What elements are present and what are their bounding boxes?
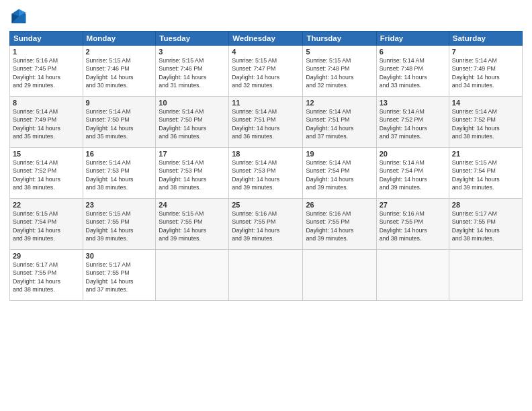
- calendar-week-row: 8Sunrise: 5:14 AM Sunset: 7:49 PM Daylig…: [10, 97, 523, 148]
- calendar-day-cell: 18Sunrise: 5:14 AM Sunset: 7:53 PM Dayli…: [229, 148, 303, 199]
- generalblue-logo-icon: [9, 7, 28, 26]
- header: [9, 7, 523, 26]
- empty-cell: [303, 250, 376, 301]
- day-number: 12: [306, 99, 373, 107]
- day-info: Sunrise: 5:16 AM Sunset: 7:55 PM Dayligh…: [232, 210, 300, 242]
- calendar-day-cell: 29Sunrise: 5:17 AM Sunset: 7:55 PM Dayli…: [10, 250, 83, 301]
- column-header-friday: Friday: [376, 32, 449, 46]
- calendar-day-cell: 5Sunrise: 5:15 AM Sunset: 7:48 PM Daylig…: [303, 46, 376, 97]
- calendar-day-cell: 21Sunrise: 5:15 AM Sunset: 7:54 PM Dayli…: [449, 148, 522, 199]
- day-number: 13: [380, 99, 446, 107]
- column-header-monday: Monday: [83, 32, 156, 46]
- day-number: 28: [452, 201, 519, 209]
- day-info: Sunrise: 5:15 AM Sunset: 7:46 PM Dayligh…: [86, 56, 153, 89]
- empty-cell: [376, 250, 449, 301]
- column-header-sunday: Sunday: [10, 32, 83, 46]
- calendar-week-row: 29Sunrise: 5:17 AM Sunset: 7:55 PM Dayli…: [10, 250, 523, 301]
- calendar-day-cell: 14Sunrise: 5:14 AM Sunset: 7:52 PM Dayli…: [449, 97, 522, 148]
- calendar: SundayMondayTuesdayWednesdayThursdayFrid…: [9, 31, 523, 301]
- calendar-day-cell: 1Sunrise: 5:16 AM Sunset: 7:45 PM Daylig…: [10, 46, 83, 97]
- day-number: 21: [452, 150, 519, 158]
- calendar-day-cell: 12Sunrise: 5:14 AM Sunset: 7:51 PM Dayli…: [303, 97, 376, 148]
- calendar-day-cell: 23Sunrise: 5:15 AM Sunset: 7:55 PM Dayli…: [83, 199, 156, 250]
- day-info: Sunrise: 5:14 AM Sunset: 7:49 PM Dayligh…: [452, 56, 519, 89]
- column-header-wednesday: Wednesday: [229, 32, 303, 46]
- day-number: 2: [86, 48, 153, 56]
- calendar-day-cell: 4Sunrise: 5:15 AM Sunset: 7:47 PM Daylig…: [229, 46, 303, 97]
- empty-cell: [449, 250, 522, 301]
- calendar-day-cell: 26Sunrise: 5:16 AM Sunset: 7:55 PM Dayli…: [303, 199, 376, 250]
- day-number: 10: [159, 99, 226, 107]
- day-info: Sunrise: 5:14 AM Sunset: 7:49 PM Dayligh…: [13, 107, 80, 140]
- day-number: 23: [86, 201, 153, 209]
- day-info: Sunrise: 5:17 AM Sunset: 7:55 PM Dayligh…: [13, 261, 80, 293]
- day-number: 9: [86, 99, 153, 107]
- day-number: 11: [232, 99, 300, 107]
- empty-cell: [156, 250, 229, 301]
- calendar-day-cell: 9Sunrise: 5:14 AM Sunset: 7:50 PM Daylig…: [83, 97, 156, 148]
- day-number: 25: [232, 201, 300, 209]
- day-info: Sunrise: 5:15 AM Sunset: 7:46 PM Dayligh…: [159, 56, 226, 89]
- calendar-day-cell: 27Sunrise: 5:16 AM Sunset: 7:55 PM Dayli…: [376, 199, 449, 250]
- day-info: Sunrise: 5:16 AM Sunset: 7:55 PM Dayligh…: [380, 210, 446, 242]
- day-info: Sunrise: 5:15 AM Sunset: 7:48 PM Dayligh…: [306, 56, 373, 89]
- day-number: 29: [13, 252, 80, 260]
- calendar-day-cell: 2Sunrise: 5:15 AM Sunset: 7:46 PM Daylig…: [83, 46, 156, 97]
- calendar-day-cell: 17Sunrise: 5:14 AM Sunset: 7:53 PM Dayli…: [156, 148, 229, 199]
- calendar-header-row: SundayMondayTuesdayWednesdayThursdayFrid…: [10, 32, 523, 46]
- calendar-day-cell: 19Sunrise: 5:14 AM Sunset: 7:54 PM Dayli…: [303, 148, 376, 199]
- day-number: 17: [159, 150, 226, 158]
- day-info: Sunrise: 5:14 AM Sunset: 7:52 PM Dayligh…: [452, 107, 519, 140]
- day-info: Sunrise: 5:14 AM Sunset: 7:52 PM Dayligh…: [13, 158, 80, 191]
- day-info: Sunrise: 5:15 AM Sunset: 7:54 PM Dayligh…: [452, 158, 519, 191]
- day-info: Sunrise: 5:14 AM Sunset: 7:53 PM Dayligh…: [86, 158, 153, 191]
- day-number: 19: [306, 150, 373, 158]
- day-info: Sunrise: 5:14 AM Sunset: 7:50 PM Dayligh…: [86, 107, 153, 140]
- day-number: 15: [13, 150, 80, 158]
- calendar-day-cell: 13Sunrise: 5:14 AM Sunset: 7:52 PM Dayli…: [376, 97, 449, 148]
- day-info: Sunrise: 5:14 AM Sunset: 7:54 PM Dayligh…: [306, 158, 373, 191]
- day-number: 30: [86, 252, 153, 260]
- day-info: Sunrise: 5:14 AM Sunset: 7:54 PM Dayligh…: [380, 158, 446, 191]
- day-number: 26: [306, 201, 373, 209]
- day-info: Sunrise: 5:15 AM Sunset: 7:55 PM Dayligh…: [86, 210, 153, 242]
- day-info: Sunrise: 5:14 AM Sunset: 7:51 PM Dayligh…: [306, 107, 373, 140]
- day-number: 7: [452, 48, 519, 56]
- calendar-day-cell: 10Sunrise: 5:14 AM Sunset: 7:50 PM Dayli…: [156, 97, 229, 148]
- day-number: 24: [159, 201, 226, 209]
- logo: [9, 7, 31, 26]
- day-number: 4: [232, 48, 300, 56]
- day-info: Sunrise: 5:14 AM Sunset: 7:51 PM Dayligh…: [232, 107, 300, 140]
- column-header-saturday: Saturday: [449, 32, 522, 46]
- day-number: 3: [159, 48, 226, 56]
- calendar-day-cell: 11Sunrise: 5:14 AM Sunset: 7:51 PM Dayli…: [229, 97, 303, 148]
- calendar-day-cell: 7Sunrise: 5:14 AM Sunset: 7:49 PM Daylig…: [449, 46, 522, 97]
- day-info: Sunrise: 5:16 AM Sunset: 7:55 PM Dayligh…: [306, 210, 373, 242]
- calendar-day-cell: 15Sunrise: 5:14 AM Sunset: 7:52 PM Dayli…: [10, 148, 83, 199]
- calendar-day-cell: 24Sunrise: 5:15 AM Sunset: 7:55 PM Dayli…: [156, 199, 229, 250]
- day-number: 18: [232, 150, 300, 158]
- day-number: 16: [86, 150, 153, 158]
- calendar-week-row: 1Sunrise: 5:16 AM Sunset: 7:45 PM Daylig…: [10, 46, 523, 97]
- calendar-week-row: 15Sunrise: 5:14 AM Sunset: 7:52 PM Dayli…: [10, 148, 523, 199]
- calendar-day-cell: 22Sunrise: 5:15 AM Sunset: 7:54 PM Dayli…: [10, 199, 83, 250]
- calendar-day-cell: 6Sunrise: 5:14 AM Sunset: 7:48 PM Daylig…: [376, 46, 449, 97]
- day-info: Sunrise: 5:17 AM Sunset: 7:55 PM Dayligh…: [452, 210, 519, 242]
- calendar-day-cell: 25Sunrise: 5:16 AM Sunset: 7:55 PM Dayli…: [229, 199, 303, 250]
- calendar-week-row: 22Sunrise: 5:15 AM Sunset: 7:54 PM Dayli…: [10, 199, 523, 250]
- calendar-day-cell: 8Sunrise: 5:14 AM Sunset: 7:49 PM Daylig…: [10, 97, 83, 148]
- calendar-day-cell: 3Sunrise: 5:15 AM Sunset: 7:46 PM Daylig…: [156, 46, 229, 97]
- calendar-day-cell: 28Sunrise: 5:17 AM Sunset: 7:55 PM Dayli…: [449, 199, 522, 250]
- day-number: 6: [380, 48, 446, 56]
- day-info: Sunrise: 5:15 AM Sunset: 7:55 PM Dayligh…: [159, 210, 226, 242]
- day-number: 20: [380, 150, 446, 158]
- column-header-thursday: Thursday: [303, 32, 376, 46]
- day-number: 8: [13, 99, 80, 107]
- day-number: 22: [13, 201, 80, 209]
- day-info: Sunrise: 5:14 AM Sunset: 7:53 PM Dayligh…: [159, 158, 226, 191]
- day-info: Sunrise: 5:15 AM Sunset: 7:54 PM Dayligh…: [13, 210, 80, 242]
- calendar-day-cell: 16Sunrise: 5:14 AM Sunset: 7:53 PM Dayli…: [83, 148, 156, 199]
- empty-cell: [229, 250, 303, 301]
- day-info: Sunrise: 5:14 AM Sunset: 7:50 PM Dayligh…: [159, 107, 226, 140]
- calendar-day-cell: 20Sunrise: 5:14 AM Sunset: 7:54 PM Dayli…: [376, 148, 449, 199]
